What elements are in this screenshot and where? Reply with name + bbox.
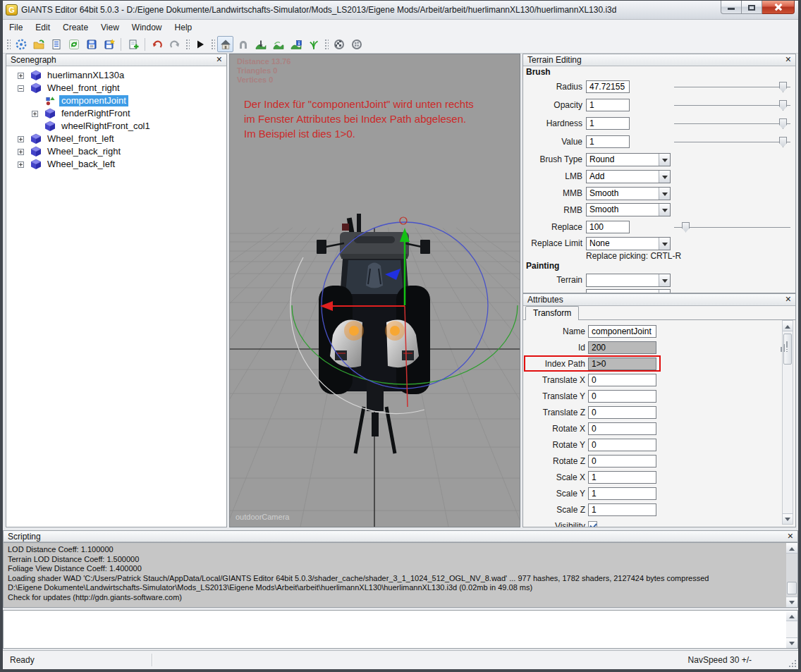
visibility-checkbox[interactable] (588, 521, 597, 527)
camera-home-button[interactable] (217, 36, 233, 52)
terrain-smooth-button[interactable] (270, 36, 286, 52)
value-slider-thumb[interactable] (779, 137, 787, 147)
expander-plus-icon[interactable] (18, 136, 24, 142)
resize-grip-icon[interactable] (788, 659, 796, 667)
rotate-y-field[interactable]: 0 (588, 439, 656, 451)
menu-item-help[interactable]: Help (169, 20, 199, 35)
import-file-button[interactable] (125, 36, 141, 52)
refresh-button[interactable] (66, 36, 82, 52)
scrollbar-thumb[interactable] (783, 334, 792, 365)
scenegraph-close-icon[interactable]: × (216, 54, 222, 65)
replace-limit-select[interactable]: None (586, 237, 671, 250)
scroll-up-icon[interactable] (783, 321, 793, 331)
menu-item-file[interactable]: File (3, 20, 29, 35)
expander-plus-icon[interactable] (32, 111, 38, 117)
rotate-x-field[interactable]: 0 (588, 422, 656, 435)
redo-button[interactable] (166, 36, 183, 52)
tree-indent (18, 136, 30, 142)
scene-stats-button[interactable] (48, 36, 64, 52)
terrain-sculpt-button[interactable] (252, 36, 269, 52)
attributes-close-icon[interactable]: × (785, 294, 791, 305)
tab-transform[interactable]: Transform (525, 306, 579, 320)
expander-minus-icon[interactable] (18, 85, 24, 92)
field-label: Hardness (523, 118, 582, 128)
rmb-select[interactable]: Smooth (586, 203, 671, 216)
close-button[interactable] (762, 1, 795, 14)
scroll-up-icon[interactable] (786, 611, 797, 621)
scroll-down-icon[interactable] (786, 597, 797, 607)
undo-button[interactable] (149, 36, 165, 52)
radius-input[interactable]: 47.72155 (586, 80, 630, 93)
hardness-slider-thumb[interactable] (779, 118, 787, 129)
scenegraph-item-wheel-back-right[interactable]: Wheel_back_right (6, 145, 226, 158)
scenegraph-item-wheel-front-right[interactable]: Wheel_front_right (6, 82, 226, 94)
field-label: Name (523, 326, 585, 336)
render-checker-1-button[interactable] (331, 36, 347, 52)
scenegraph-item-fenderrightfront[interactable]: fenderRightFront (6, 107, 226, 120)
field-select[interactable] (586, 289, 671, 293)
maximize-button[interactable] (742, 1, 762, 14)
menu-item-create[interactable]: Create (56, 20, 94, 35)
menu-item-window[interactable]: Window (126, 20, 169, 35)
opacity-slider-thumb[interactable] (779, 100, 787, 111)
rotate-z-field[interactable]: 0 (588, 455, 656, 468)
scroll-down-icon[interactable] (783, 513, 793, 524)
translate-x-field[interactable]: 0 (588, 374, 656, 386)
render-checker-2-button[interactable] (348, 36, 365, 52)
minimize-button[interactable] (721, 1, 742, 14)
tree-item-label: fenderRightFront (59, 108, 133, 119)
titlebar[interactable]: G GIANTS Editor 64bit 5.0.3 - D:/Eigene … (1, 1, 800, 20)
scenegraph-item-wheel-front-left[interactable]: Wheel_front_left (6, 133, 226, 145)
replace-slider-thumb[interactable] (682, 222, 690, 233)
lmb-select[interactable]: Add (586, 170, 671, 183)
translate-z-field[interactable]: 0 (588, 406, 656, 419)
save-as-button[interactable] (101, 36, 117, 52)
radius-slider-thumb[interactable] (779, 82, 787, 92)
foliage-paint-button[interactable] (305, 36, 322, 52)
magnet-button[interactable] (235, 36, 251, 52)
name-field[interactable]: componentJoint (588, 325, 656, 338)
value-input[interactable]: 1 (586, 135, 630, 148)
scenegraph-item-wheel-back-left[interactable]: Wheel_back_left (6, 158, 226, 171)
translate-y-field[interactable]: 0 (588, 390, 656, 403)
scenegraph-item-huerlimannxl130a[interactable]: huerlimannXL130a (6, 69, 226, 82)
viewport-stat: Vertices 0 (237, 75, 291, 85)
tractor-model[interactable] (317, 214, 430, 453)
opacity-input[interactable]: 1 (586, 99, 630, 111)
play-button[interactable] (192, 36, 208, 52)
cube-icon (30, 159, 42, 170)
mmb-select[interactable]: Smooth (586, 187, 671, 200)
expander-plus-icon[interactable] (18, 149, 24, 155)
hardness-input[interactable]: 1 (586, 117, 630, 130)
cube-icon (30, 83, 42, 94)
scrollbar-thumb[interactable] (787, 582, 797, 594)
scroll-up-icon[interactable] (786, 543, 797, 554)
scripting-close-icon[interactable]: × (788, 531, 793, 542)
viewport-3d[interactable]: Distance 13.76Triangles 0Vertices 0 Der … (229, 54, 520, 527)
scenegraph-item-wheelrightfront-col1[interactable]: wheelRightFront_col1 (6, 120, 226, 133)
brush-type-select[interactable]: Round (586, 153, 671, 166)
replace-input[interactable]: 100 (586, 221, 630, 233)
terrain-paint-button[interactable] (288, 36, 304, 52)
scale-z-field[interactable]: 1 (588, 503, 656, 516)
field-label: LMB (523, 171, 582, 181)
scale-x-field[interactable]: 1 (588, 471, 656, 484)
save-button[interactable] (83, 36, 99, 52)
terrain-select[interactable] (586, 274, 671, 287)
script-command-input[interactable] (3, 610, 798, 649)
command-scrollbar[interactable] (786, 611, 797, 648)
scroll-down-icon[interactable] (786, 637, 797, 648)
camera-home-icon (220, 39, 231, 50)
log-scrollbar[interactable] (786, 543, 797, 607)
attributes-scrollbar[interactable] (782, 320, 793, 525)
menu-item-view[interactable]: View (94, 20, 126, 35)
open-file-button[interactable] (30, 36, 47, 52)
menu-item-edit[interactable]: Edit (29, 20, 56, 35)
scripting-title: Scripting (8, 532, 41, 542)
expander-plus-icon[interactable] (18, 73, 24, 79)
scale-y-field[interactable]: 1 (588, 487, 656, 500)
new-scene-button[interactable] (13, 36, 29, 52)
terrain-editing-close-icon[interactable]: × (785, 54, 791, 65)
expander-plus-icon[interactable] (18, 161, 24, 168)
scenegraph-item-componentjoint[interactable]: componentJoint (6, 94, 226, 107)
